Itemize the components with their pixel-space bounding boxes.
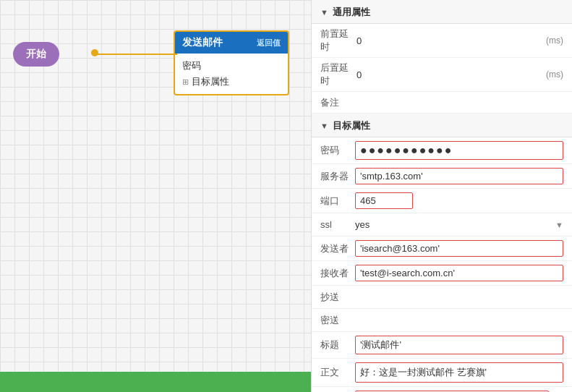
ssl-select[interactable]: yes ▼ — [355, 219, 563, 230]
sender-field[interactable]: 'isearch@163.com' — [355, 240, 563, 257]
note-label: 备注 — [320, 96, 357, 109]
receiver-value: 'test@i-search.com.cn' — [360, 268, 455, 278]
email-node-password-field: 密码 — [182, 58, 281, 74]
port-row: 端口 465 — [312, 189, 572, 213]
server-value: 'smtp.163.com' — [360, 171, 423, 182]
receiver-label: 接收者 — [320, 267, 355, 280]
email-node-header: 发送邮件 返回值 — [175, 32, 288, 54]
body-row: 正文 好：这是一封测试邮件 艺赛旗' — [312, 359, 572, 387]
ssl-label: ssl — [320, 219, 355, 230]
password-dots: ●●●●●●●●●●● — [360, 144, 453, 156]
pre-delay-label: 前置延时 — [320, 27, 357, 54]
post-delay-label: 后置延时 — [320, 61, 357, 88]
attachment-row: 附件 'D:/iS-RPA/test.docx' 🗁 — [312, 387, 572, 392]
email-node-password-label: 密码 — [182, 60, 201, 71]
server-label: 服务器 — [320, 170, 355, 183]
note-row: 备注 — [312, 92, 572, 114]
subject-label: 标题 — [320, 338, 355, 351]
subject-row: 标题 '测试邮件' — [312, 332, 572, 359]
right-panel: ▼ 通用属性 前置延时 0 (ms) 后置延时 0 (ms) 备注 ▼ 目标属性… — [311, 0, 572, 392]
right-panel-inner: ▼ 通用属性 前置延时 0 (ms) 后置延时 0 (ms) 备注 ▼ 目标属性… — [312, 0, 572, 392]
pre-delay-value: 0 — [357, 35, 542, 46]
sender-label: 发送者 — [320, 242, 355, 255]
body-field[interactable]: 好：这是一封测试邮件 艺赛旗' — [355, 362, 563, 383]
bottom-bar — [0, 372, 311, 392]
target-section-header[interactable]: ▼ 目标属性 — [312, 114, 572, 137]
pre-delay-row: 前置延时 0 (ms) — [312, 24, 572, 58]
connector-dot — [91, 49, 98, 56]
expand-icon: ⊞ — [182, 77, 189, 87]
body-label: 正文 — [320, 366, 355, 379]
pre-delay-unit: (ms) — [546, 35, 563, 46]
post-delay-row: 后置延时 0 (ms) — [312, 58, 572, 92]
password-field[interactable]: ●●●●●●●●●●● — [355, 141, 563, 160]
cc-row: 抄送 — [312, 286, 572, 309]
port-value: 465 — [360, 195, 376, 206]
target-chevron-icon: ▼ — [320, 122, 328, 130]
bcc-field[interactable] — [355, 318, 563, 323]
email-node-target-field[interactable]: ⊞ 目标属性 — [182, 74, 281, 90]
body-value: 好：这是一封测试邮件 艺赛旗' — [360, 367, 487, 378]
canvas-area: 开始 发送邮件 返回值 密码 ⊞ 目标属性 — [0, 0, 311, 392]
general-section-header[interactable]: ▼ 通用属性 — [312, 0, 572, 24]
email-node-target-label: 目标属性 — [192, 75, 229, 88]
post-delay-unit: (ms) — [546, 69, 563, 80]
start-node[interactable]: 开始 — [13, 42, 59, 67]
email-node-body: 密码 ⊞ 目标属性 — [175, 54, 288, 94]
start-label: 开始 — [26, 48, 46, 59]
cc-field[interactable] — [355, 295, 563, 299]
port-field[interactable]: 465 — [355, 192, 413, 209]
server-row: 服务器 'smtp.163.com' — [312, 164, 572, 189]
server-field[interactable]: 'smtp.163.com' — [355, 168, 563, 184]
general-chevron-icon: ▼ — [320, 8, 328, 17]
receiver-field[interactable]: 'test@i-search.com.cn' — [355, 265, 563, 281]
ssl-chevron-icon: ▼ — [555, 221, 563, 229]
connector-line — [94, 54, 177, 55]
port-label: 端口 — [320, 195, 355, 208]
sender-row: 发送者 'isearch@163.com' — [312, 237, 572, 261]
sender-value: 'isearch@163.com' — [360, 243, 440, 254]
general-section-title: 通用属性 — [333, 6, 370, 19]
email-node-title: 发送邮件 — [182, 36, 223, 49]
bcc-label: 密送 — [320, 314, 355, 327]
ssl-row: ssl yes ▼ — [312, 213, 572, 237]
target-section-title: 目标属性 — [333, 119, 370, 132]
bcc-row: 密送 — [312, 309, 572, 332]
email-node[interactable]: 发送邮件 返回值 密码 ⊞ 目标属性 — [174, 30, 289, 95]
post-delay-value: 0 — [357, 69, 542, 80]
ssl-value: yes — [355, 219, 370, 230]
cc-label: 抄送 — [320, 291, 355, 304]
subject-value: '测试邮件' — [360, 339, 401, 350]
subject-field[interactable]: '测试邮件' — [355, 336, 563, 354]
password-label: 密码 — [320, 144, 355, 157]
password-row: 密码 ●●●●●●●●●●● — [312, 137, 572, 164]
receiver-row: 接收者 'test@i-search.com.cn' — [312, 261, 572, 286]
email-node-return: 返回值 — [257, 38, 281, 48]
